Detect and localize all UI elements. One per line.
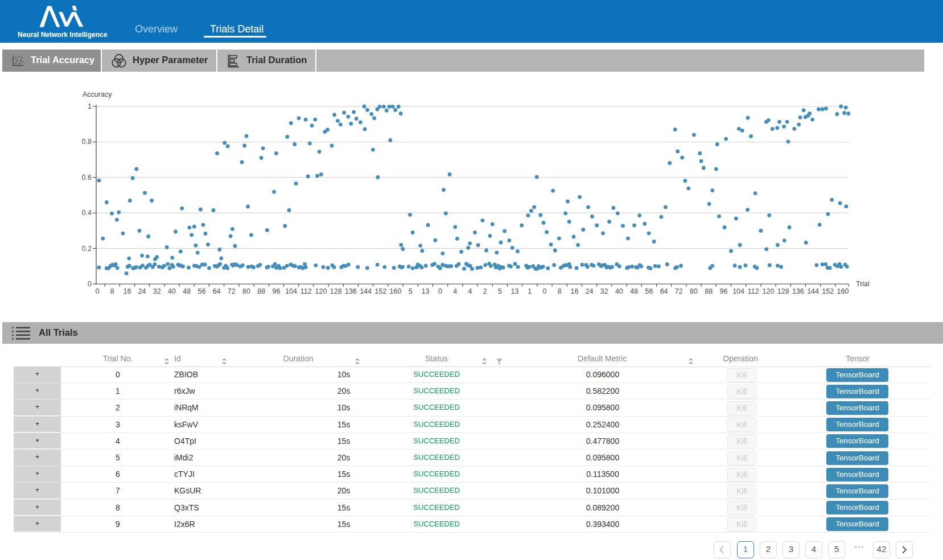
svg-text:40: 40 xyxy=(168,287,176,295)
svg-text:Accuracy: Accuracy xyxy=(83,90,112,98)
svg-text:128: 128 xyxy=(330,287,342,295)
svg-text:40: 40 xyxy=(615,287,623,295)
svg-text:16: 16 xyxy=(570,287,578,295)
svg-text:0.6: 0.6 xyxy=(82,174,92,182)
svg-text:112: 112 xyxy=(300,287,312,295)
svg-text:0: 0 xyxy=(88,280,92,288)
svg-text:72: 72 xyxy=(675,287,683,295)
svg-text:80: 80 xyxy=(242,287,250,295)
svg-text:5: 5 xyxy=(409,287,413,295)
svg-text:Trial: Trial xyxy=(856,280,870,288)
svg-text:104: 104 xyxy=(732,287,744,295)
svg-text:80: 80 xyxy=(690,287,698,295)
svg-text:56: 56 xyxy=(197,287,205,295)
svg-text:8: 8 xyxy=(558,287,562,295)
svg-text:152: 152 xyxy=(374,287,386,295)
svg-text:96: 96 xyxy=(719,287,727,295)
svg-text:112: 112 xyxy=(748,287,759,295)
svg-text:0: 0 xyxy=(543,287,547,295)
svg-text:0: 0 xyxy=(96,287,100,295)
svg-text:120: 120 xyxy=(315,287,327,295)
svg-text:160: 160 xyxy=(390,287,402,295)
svg-text:136: 136 xyxy=(345,287,357,295)
svg-text:13: 13 xyxy=(421,287,429,295)
svg-text:104: 104 xyxy=(285,287,297,295)
svg-text:160: 160 xyxy=(837,287,849,295)
svg-text:48: 48 xyxy=(630,287,638,295)
svg-text:32: 32 xyxy=(600,287,608,295)
svg-text:32: 32 xyxy=(153,287,161,295)
svg-text:0.2: 0.2 xyxy=(82,245,92,253)
svg-text:64: 64 xyxy=(660,287,668,295)
svg-text:48: 48 xyxy=(183,287,191,295)
svg-text:144: 144 xyxy=(360,287,372,295)
svg-text:5: 5 xyxy=(498,287,502,295)
svg-text:152: 152 xyxy=(822,287,834,295)
svg-text:120: 120 xyxy=(763,287,775,295)
svg-text:1: 1 xyxy=(88,102,92,110)
svg-text:0: 0 xyxy=(438,287,442,295)
svg-text:72: 72 xyxy=(228,287,236,295)
svg-text:8: 8 xyxy=(110,287,114,295)
svg-text:0.4: 0.4 xyxy=(82,209,92,217)
svg-text:56: 56 xyxy=(645,287,653,295)
svg-text:64: 64 xyxy=(213,287,221,295)
svg-text:24: 24 xyxy=(138,287,146,295)
svg-text:88: 88 xyxy=(257,287,265,295)
svg-text:24: 24 xyxy=(586,287,594,295)
svg-text:1: 1 xyxy=(528,287,532,295)
svg-text:0.8: 0.8 xyxy=(82,138,92,146)
svg-text:16: 16 xyxy=(123,287,131,295)
svg-text:4: 4 xyxy=(453,287,457,295)
svg-text:13: 13 xyxy=(511,287,519,295)
svg-text:136: 136 xyxy=(792,287,804,295)
svg-text:128: 128 xyxy=(777,287,789,295)
svg-text:2: 2 xyxy=(483,287,487,295)
svg-text:96: 96 xyxy=(272,287,280,295)
svg-text:4: 4 xyxy=(468,287,472,295)
svg-text:144: 144 xyxy=(807,287,819,295)
svg-text:88: 88 xyxy=(705,287,713,295)
